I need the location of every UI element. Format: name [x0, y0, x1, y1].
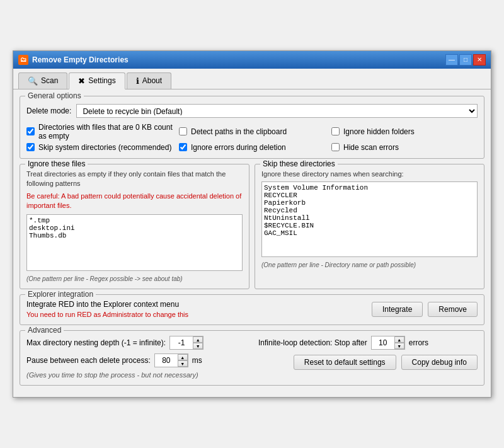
- pause-unit: ms: [192, 356, 202, 365]
- maximize-button[interactable]: □: [459, 54, 472, 66]
- checkbox-ignore-errors-label: Ignore errors during deletion: [191, 143, 286, 152]
- advanced-label: Advanced: [25, 326, 64, 335]
- checkbox-0-label: Directories with files that are 0 KB cou…: [38, 123, 173, 141]
- loop-detect-row: Infinite-loop detection: Stop after ▲ ▼ …: [258, 336, 478, 350]
- pause-down[interactable]: ▼: [178, 360, 188, 367]
- pause-spinner-btns: ▲ ▼: [178, 354, 188, 367]
- checkbox-row-1: Detect paths in the clipboard: [179, 123, 325, 141]
- skip-dirs-description: Ignore these directory names when search…: [261, 169, 478, 179]
- tab-bar: 🔍 Scan ✖ Settings ℹ About: [13, 69, 491, 89]
- loop-up[interactable]: ▲: [394, 336, 404, 343]
- checkbox-ignore-hidden-label: Ignore hidden folders: [343, 127, 415, 136]
- about-tab-icon: ℹ: [136, 76, 139, 86]
- checkbox-row-3: Skip system directories (recommended): [26, 143, 173, 152]
- checkbox-ignore-errors[interactable]: [179, 143, 187, 151]
- max-depth-label: Max directory nesting depth (-1 = infini…: [26, 338, 166, 347]
- advanced-left: Max directory nesting depth (-1 = infini…: [26, 336, 246, 379]
- loop-unit: errors: [409, 338, 428, 347]
- ignore-files-description: Treat directories as empty if they only …: [26, 169, 243, 189]
- general-options-content: Delete mode: Delete to recycle bin (Defa…: [26, 104, 478, 152]
- tab-settings[interactable]: ✖ Settings: [69, 72, 125, 89]
- pause-up[interactable]: ▲: [178, 354, 188, 360]
- checkbox-row-4: Ignore errors during deletion: [179, 143, 325, 152]
- title-controls: — □ ✕: [445, 54, 486, 66]
- checkbox-row-0: Directories with files that are 0 KB cou…: [26, 123, 173, 141]
- loop-input[interactable]: [372, 336, 394, 349]
- max-depth-down[interactable]: ▼: [193, 343, 203, 349]
- remove-button[interactable]: Remove: [428, 302, 478, 317]
- loop-down[interactable]: ▼: [394, 343, 404, 349]
- settings-content: General options Delete mode: Delete to r…: [13, 89, 491, 398]
- pause-row: Pause between each delete process: ▲ ▼ m…: [26, 353, 246, 367]
- window-title: Remove Empty Directories: [32, 55, 129, 64]
- pause-spinner: ▲ ▼: [154, 353, 188, 367]
- admin-warning: You need to run RED as Administrator to …: [26, 311, 372, 318]
- max-depth-spinner: ▲ ▼: [169, 336, 203, 350]
- skip-dirs-box: Skip these directories Ignore these dire…: [255, 164, 484, 290]
- checkbox-0-kb[interactable]: [26, 127, 35, 135]
- integration-left: Integrate RED into the Explorer context …: [26, 300, 372, 318]
- tab-about-label: About: [142, 76, 162, 85]
- tab-scan[interactable]: 🔍 Scan: [18, 72, 67, 89]
- checkbox-hide-scan-errors[interactable]: [331, 143, 340, 151]
- integration-row: Integrate RED into the Explorer context …: [26, 300, 478, 318]
- explorer-integration-label: Explorer integration: [25, 290, 96, 299]
- checkbox-row-2: Ignore hidden folders: [331, 123, 478, 141]
- skip-dirs-hint: (One pattern per line - Directory name o…: [261, 261, 478, 268]
- checkbox-skip-system[interactable]: [26, 143, 35, 151]
- loop-spinner: ▲ ▼: [371, 336, 405, 350]
- options-checkboxes: Directories with files that are 0 KB cou…: [26, 123, 478, 152]
- settings-tab-icon: ✖: [78, 76, 85, 86]
- tab-about[interactable]: ℹ About: [127, 72, 171, 89]
- ignore-files-label: Ignore these files: [25, 159, 88, 168]
- pause-input[interactable]: [155, 354, 178, 367]
- max-depth-up[interactable]: ▲: [193, 336, 203, 343]
- checkbox-ignore-hidden[interactable]: [331, 127, 340, 135]
- tab-scan-label: Scan: [41, 76, 58, 85]
- advanced-grid: Max directory nesting depth (-1 = infini…: [26, 336, 478, 379]
- integration-title: Integrate RED into the Explorer context …: [26, 300, 372, 309]
- app-icon: 🗂: [18, 55, 28, 65]
- pause-label: Pause between each delete process:: [26, 356, 151, 365]
- delete-mode-label: Delete mode:: [26, 106, 71, 115]
- minimize-button[interactable]: —: [445, 54, 458, 66]
- skip-dirs-textarea[interactable]: System Volume Information RECYCLER Papie…: [261, 181, 478, 257]
- loop-spinner-btns: ▲ ▼: [394, 336, 404, 349]
- title-bar: 🗂 Remove Empty Directories — □ ✕: [13, 51, 491, 69]
- close-button[interactable]: ✕: [473, 54, 486, 66]
- reset-button[interactable]: Reset to default settings: [294, 355, 396, 370]
- max-depth-spinner-btns: ▲ ▼: [193, 336, 203, 349]
- ignore-files-hint: (One pattern per line - Regex possible -…: [26, 275, 243, 282]
- tab-settings-label: Settings: [88, 76, 115, 85]
- checkbox-detect-paths-label: Detect paths in the clipboard: [191, 127, 287, 136]
- delete-mode-select[interactable]: Delete to recycle bin (Default) Delete p…: [76, 104, 478, 118]
- loop-detect-label: Infinite-loop detection: Stop after: [258, 338, 367, 347]
- integration-buttons: Integrate Remove: [372, 302, 478, 317]
- ignore-files-box: Ignore these files Treat directories as …: [20, 164, 249, 290]
- ignore-files-warning: Be careful: A bad pattern could potentia…: [26, 192, 243, 211]
- max-depth-row: Max directory nesting depth (-1 = infini…: [26, 336, 246, 350]
- checkbox-skip-system-label: Skip system directories (recommended): [38, 143, 171, 152]
- skip-dirs-label: Skip these directories: [260, 159, 338, 168]
- general-options-group: General options Delete mode: Delete to r…: [20, 96, 484, 159]
- bottom-buttons: Reset to default settings Copy debug inf…: [258, 355, 478, 370]
- checkbox-detect-paths[interactable]: [179, 127, 187, 135]
- advanced-group: Advanced Max directory nesting depth (-1…: [20, 330, 484, 386]
- general-options-label: General options: [25, 91, 84, 100]
- max-depth-input[interactable]: [170, 336, 193, 349]
- two-col-section: Ignore these files Treat directories as …: [20, 164, 484, 290]
- checkbox-row-5: Hide scan errors: [331, 143, 478, 152]
- pause-hint: (Gives you time to stop the process - bu…: [26, 371, 246, 379]
- title-bar-left: 🗂 Remove Empty Directories: [18, 55, 129, 65]
- main-window: 🗂 Remove Empty Directories — □ ✕ 🔍 Scan …: [13, 50, 491, 398]
- advanced-right: Infinite-loop detection: Stop after ▲ ▼ …: [258, 336, 478, 379]
- scan-tab-icon: 🔍: [28, 76, 38, 86]
- checkbox-hide-scan-errors-label: Hide scan errors: [343, 143, 399, 152]
- delete-mode-row: Delete mode: Delete to recycle bin (Defa…: [26, 104, 478, 118]
- ignore-files-textarea[interactable]: *.tmp desktop.ini Thumbs.db: [26, 214, 243, 271]
- debug-button[interactable]: Copy debug info: [401, 355, 478, 370]
- integrate-button[interactable]: Integrate: [372, 302, 423, 317]
- explorer-integration-group: Explorer integration Integrate RED into …: [20, 294, 484, 325]
